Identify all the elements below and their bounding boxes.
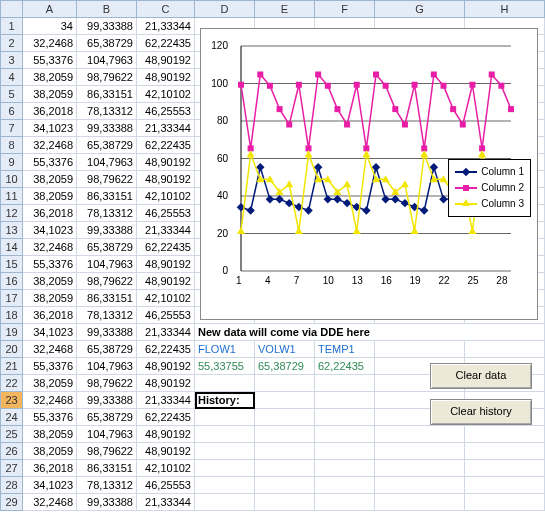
col-header[interactable]: G xyxy=(375,1,465,18)
cell[interactable]: 32,2468 xyxy=(23,35,77,52)
col-header[interactable]: A xyxy=(23,1,77,18)
cell[interactable] xyxy=(465,426,545,443)
col-header[interactable]: B xyxy=(77,1,137,18)
cell[interactable]: VOLW1 xyxy=(255,341,315,358)
row-header[interactable]: 28 xyxy=(1,477,23,494)
cell[interactable]: 21,33344 xyxy=(137,120,195,137)
cell[interactable]: 62,22435 xyxy=(137,341,195,358)
cell[interactable]: 48,90192 xyxy=(137,426,195,443)
cell[interactable]: 55,3376 xyxy=(23,154,77,171)
cell[interactable]: 104,7963 xyxy=(77,256,137,273)
cell[interactable]: 42,10102 xyxy=(137,290,195,307)
cell[interactable] xyxy=(195,443,255,460)
cell[interactable]: 78,13312 xyxy=(77,103,137,120)
row-header[interactable]: 2 xyxy=(1,35,23,52)
row-header[interactable]: 11 xyxy=(1,188,23,205)
cell[interactable]: 99,33388 xyxy=(77,120,137,137)
cell[interactable]: 34,1023 xyxy=(23,222,77,239)
cell[interactable]: 21,33344 xyxy=(137,18,195,35)
cell[interactable]: 46,25553 xyxy=(137,205,195,222)
row-header[interactable]: 21 xyxy=(1,358,23,375)
cell[interactable]: 99,33388 xyxy=(77,392,137,409)
cell[interactable]: 48,90192 xyxy=(137,171,195,188)
cell[interactable] xyxy=(315,426,375,443)
cell[interactable]: FLOW1 xyxy=(195,341,255,358)
cell[interactable]: TEMP1 xyxy=(315,341,375,358)
cell[interactable]: 78,13312 xyxy=(77,477,137,494)
cell[interactable]: History: xyxy=(195,392,255,409)
cell[interactable] xyxy=(195,460,255,477)
cell[interactable]: 55,3376 xyxy=(23,358,77,375)
cell[interactable] xyxy=(195,477,255,494)
row-header[interactable]: 5 xyxy=(1,86,23,103)
cell[interactable]: 36,2018 xyxy=(23,205,77,222)
cell[interactable] xyxy=(255,392,315,409)
cell[interactable]: 21,33344 xyxy=(137,222,195,239)
select-all-corner[interactable] xyxy=(1,1,23,18)
cell[interactable]: 21,33344 xyxy=(137,392,195,409)
row-header[interactable]: 20 xyxy=(1,341,23,358)
cell[interactable]: 36,2018 xyxy=(23,307,77,324)
row-header[interactable]: 3 xyxy=(1,52,23,69)
cell[interactable]: 98,79622 xyxy=(77,375,137,392)
cell[interactable] xyxy=(255,426,315,443)
row-header[interactable]: 24 xyxy=(1,409,23,426)
cell[interactable]: 99,33388 xyxy=(77,222,137,239)
embedded-chart[interactable]: Column 1 Column 2 Column 3 0204060801001… xyxy=(200,28,538,320)
cell[interactable] xyxy=(195,494,255,511)
row-header[interactable]: 29 xyxy=(1,494,23,511)
cell[interactable]: 78,13312 xyxy=(77,205,137,222)
cell[interactable] xyxy=(315,392,375,409)
cell[interactable]: 34,1023 xyxy=(23,120,77,137)
cell[interactable]: 99,33388 xyxy=(77,324,137,341)
cell[interactable]: 38,2059 xyxy=(23,290,77,307)
cell[interactable] xyxy=(465,443,545,460)
cell[interactable]: 34 xyxy=(23,18,77,35)
cell[interactable]: 98,79622 xyxy=(77,273,137,290)
cell[interactable]: 38,2059 xyxy=(23,375,77,392)
row-header[interactable]: 12 xyxy=(1,205,23,222)
cell[interactable] xyxy=(375,443,465,460)
cell[interactable]: 42,10102 xyxy=(137,86,195,103)
cell[interactable]: 98,79622 xyxy=(77,69,137,86)
cell[interactable]: 48,90192 xyxy=(137,69,195,86)
column-header-row[interactable]: A B C D E F G H xyxy=(1,1,545,18)
col-header[interactable]: C xyxy=(137,1,195,18)
table-row[interactable]: 2638,205998,7962248,90192 xyxy=(1,443,545,460)
cell[interactable]: 98,79622 xyxy=(77,171,137,188)
row-header[interactable]: 22 xyxy=(1,375,23,392)
row-header[interactable]: 10 xyxy=(1,171,23,188)
cell[interactable] xyxy=(465,341,545,358)
cell[interactable]: 46,25553 xyxy=(137,307,195,324)
cell[interactable] xyxy=(195,409,255,426)
cell[interactable] xyxy=(375,477,465,494)
cell[interactable]: 55,3376 xyxy=(23,409,77,426)
row-header[interactable]: 23 xyxy=(1,392,23,409)
cell[interactable]: 36,2018 xyxy=(23,103,77,120)
cell[interactable]: 46,25553 xyxy=(137,477,195,494)
cell[interactable] xyxy=(255,460,315,477)
cell[interactable]: 21,33344 xyxy=(137,494,195,511)
cell[interactable]: 38,2059 xyxy=(23,273,77,290)
cell[interactable]: 48,90192 xyxy=(137,358,195,375)
cell[interactable]: 86,33151 xyxy=(77,290,137,307)
cell[interactable]: 65,38729 xyxy=(77,239,137,256)
cell[interactable]: 62,22435 xyxy=(137,137,195,154)
cell[interactable] xyxy=(255,409,315,426)
col-header[interactable]: F xyxy=(315,1,375,18)
row-header[interactable]: 17 xyxy=(1,290,23,307)
cell[interactable] xyxy=(255,443,315,460)
cell[interactable]: 65,38729 xyxy=(77,35,137,52)
cell[interactable]: 48,90192 xyxy=(137,154,195,171)
cell[interactable]: 65,38729 xyxy=(77,409,137,426)
cell[interactable] xyxy=(465,477,545,494)
cell[interactable]: 104,7963 xyxy=(77,426,137,443)
row-header[interactable]: 13 xyxy=(1,222,23,239)
cell[interactable]: New data will come via DDE here xyxy=(195,324,545,341)
col-header[interactable]: H xyxy=(465,1,545,18)
cell[interactable]: 104,7963 xyxy=(77,358,137,375)
row-header[interactable]: 19 xyxy=(1,324,23,341)
cell[interactable] xyxy=(315,494,375,511)
cell[interactable]: 34,1023 xyxy=(23,477,77,494)
cell[interactable]: 32,2468 xyxy=(23,239,77,256)
